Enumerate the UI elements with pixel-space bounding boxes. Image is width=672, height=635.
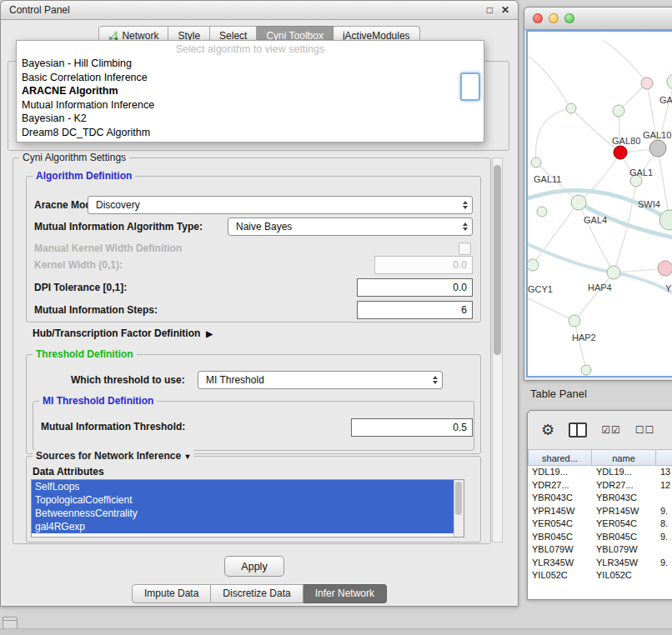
data-attributes-list[interactable]: SelfLoopsTopologicalCoefficientBetweenne… — [31, 479, 464, 538]
network-window-titlebar[interactable] — [524, 8, 672, 30]
manual-kernel-checkbox[interactable] — [459, 242, 471, 255]
hub-definition-toggle[interactable]: Hub/Transcription Factor Definition ▶ — [33, 328, 213, 339]
kernel-width-field[interactable]: 0.0 — [374, 256, 473, 274]
table-row[interactable]: YDR27...YDR27...12 — [528, 479, 672, 492]
deselect-all-columns-icon[interactable]: ☐☐ — [635, 424, 655, 436]
table-header-row: shared...name — [528, 449, 672, 466]
network-node[interactable] — [649, 140, 666, 157]
float-window-icon[interactable]: □ — [487, 4, 493, 16]
list-scrollbar[interactable] — [454, 480, 464, 537]
network-node[interactable] — [614, 146, 627, 159]
sources-group-title[interactable]: Sources for Network Inference ▼ — [33, 450, 194, 462]
table-cell: YPR145W — [592, 505, 656, 518]
table-row[interactable]: YPR145WYPR145W9. — [528, 505, 672, 518]
expand-arrow-icon[interactable]: ▶ — [206, 329, 213, 338]
network-node[interactable] — [658, 261, 672, 276]
mac-minimize-button[interactable] — [549, 13, 559, 23]
table-cell — [656, 543, 672, 557]
apply-button[interactable]: Apply — [224, 556, 284, 577]
network-node[interactable] — [571, 195, 586, 210]
table-cell: YBR045C — [592, 531, 656, 544]
network-node[interactable] — [569, 315, 580, 327]
dpi-tolerance-field[interactable]: 0.0 — [357, 278, 473, 297]
dropdown-item-bayesian-hill-climbing[interactable]: Bayesian - Hill Climbing — [17, 57, 484, 71]
combo-stepper-icon — [433, 376, 442, 384]
focused-spinner-field[interactable] — [460, 72, 480, 101]
network-node[interactable] — [531, 158, 541, 168]
settings-scrollbar[interactable] — [492, 158, 503, 542]
network-edge — [571, 108, 620, 152]
mi-threshold-value: 0.5 — [453, 422, 467, 433]
network-edge — [528, 298, 574, 321]
table-cell: YBR045C — [528, 531, 592, 544]
table-cell: 8. — [656, 518, 672, 531]
mac-close-button[interactable] — [533, 13, 543, 23]
column-header-extra[interactable] — [656, 449, 672, 466]
network-node[interactable] — [528, 259, 539, 271]
dropdown-item-aracne-algorithm[interactable]: ARACNE Algorithm — [17, 84, 484, 98]
attribute-item-betweennesscentrality[interactable]: BetweennessCentrality — [32, 507, 454, 520]
network-canvas[interactable]: GALGAL80GAL10GAL11GAL1SWI4GAL4GCY1HAP4YH… — [526, 30, 672, 378]
select-all-columns-icon[interactable]: ☑☑ — [601, 424, 621, 436]
dropdown-item-dream8-dc-tdc-algorithm[interactable]: Dream8 DC_TDC Algorithm — [17, 126, 484, 140]
which-threshold-label: Which threshold to use: — [71, 374, 185, 386]
table-row[interactable]: YLR345WYLR345W9. — [528, 557, 672, 570]
table-row[interactable]: YBR043CYBR043C — [528, 492, 672, 505]
mi-steps-field[interactable]: 6 — [357, 301, 473, 319]
mi-steps-value: 6 — [461, 304, 467, 316]
node-label: Y — [665, 283, 672, 293]
dropdown-item-mutual-information-inference[interactable]: Mutual Information Inference — [17, 98, 484, 112]
collapsed-panel-icon[interactable] — [3, 617, 18, 629]
scrollbar-thumb[interactable] — [494, 165, 501, 355]
table-row[interactable]: YBL079WYBL079W — [528, 543, 672, 557]
network-node[interactable] — [613, 105, 624, 117]
tab-discretize-data[interactable]: Discretize Data — [211, 584, 303, 603]
collapse-arrow-icon[interactable]: ▼ — [183, 452, 191, 461]
attribute-item-topologicalcoefficient[interactable]: TopologicalCoefficient — [32, 493, 454, 507]
node-label: GAL80 — [612, 136, 640, 146]
mi-steps-label: Mutual Information Steps: — [34, 304, 158, 316]
node-label: GCY1 — [528, 284, 553, 294]
list-scrollbar-thumb[interactable] — [455, 482, 462, 515]
table-cell — [656, 569, 672, 582]
network-node[interactable] — [667, 74, 672, 89]
columns-layout-icon[interactable] — [569, 422, 587, 438]
mac-zoom-button[interactable] — [564, 13, 574, 23]
table-row[interactable]: YBR045CYBR045C9. — [528, 531, 672, 544]
table-row[interactable]: YIL052CYIL052C — [528, 569, 672, 582]
table-cell: YDR27... — [528, 479, 592, 492]
network-node[interactable] — [566, 103, 576, 113]
close-icon[interactable]: ✕ — [501, 4, 509, 16]
combo-stepper-icon — [463, 222, 472, 231]
network-node[interactable] — [581, 365, 591, 375]
attribute-item-gal4rgexp[interactable]: gal4RGexp — [32, 520, 454, 533]
network-node[interactable] — [537, 207, 547, 217]
column-header-shared[interactable]: shared... — [528, 449, 592, 466]
mi-threshold-label: Mutual Information Threshold: — [41, 421, 185, 432]
mi-type-combo[interactable]: Naive Bayes — [228, 218, 473, 236]
table-cell: YBL079W — [528, 543, 592, 557]
aracne-mode-combo[interactable]: Discovery — [88, 196, 473, 214]
tab-infer-network[interactable]: Infer Network — [303, 584, 387, 603]
which-threshold-combo[interactable]: MI Threshold — [198, 371, 443, 389]
dropdown-placeholder: Select algorithm to view settings — [17, 41, 484, 57]
attribute-item-selfloops[interactable]: SelfLoops — [32, 480, 454, 493]
table-row[interactable]: YDL19...YDL19...13 — [528, 466, 672, 479]
gear-icon[interactable]: ⚙ — [541, 422, 554, 438]
network-node[interactable] — [641, 78, 653, 89]
dropdown-item-basic-correlation-inference[interactable]: Basic Correlation Inference — [17, 71, 484, 85]
threshold-definition-title: Threshold Definition — [33, 348, 137, 360]
mi-threshold-field[interactable]: 0.5 — [351, 418, 473, 437]
column-header-name[interactable]: name — [592, 449, 656, 466]
table-row[interactable]: YER054CYER054C8. — [528, 518, 672, 531]
dpi-tolerance-value: 0.0 — [453, 282, 467, 293]
table-cell: YBR043C — [592, 492, 656, 505]
tab-impute-data[interactable]: Impute Data — [132, 584, 211, 603]
control-panel-titlebar[interactable]: Control Panel □ ✕ — [1, 1, 518, 20]
dpi-tolerance-label: DPI Tolerance [0,1]: — [34, 282, 127, 293]
node-label: GAL1 — [629, 168, 653, 178]
network-node[interactable] — [607, 266, 620, 279]
table-body: YDL19...YDL19...13YDR27...YDR27...12YBR0… — [528, 466, 672, 599]
table-cell: YBL079W — [592, 543, 656, 557]
dropdown-item-bayesian-k2[interactable]: Bayesian - K2 — [17, 112, 484, 126]
